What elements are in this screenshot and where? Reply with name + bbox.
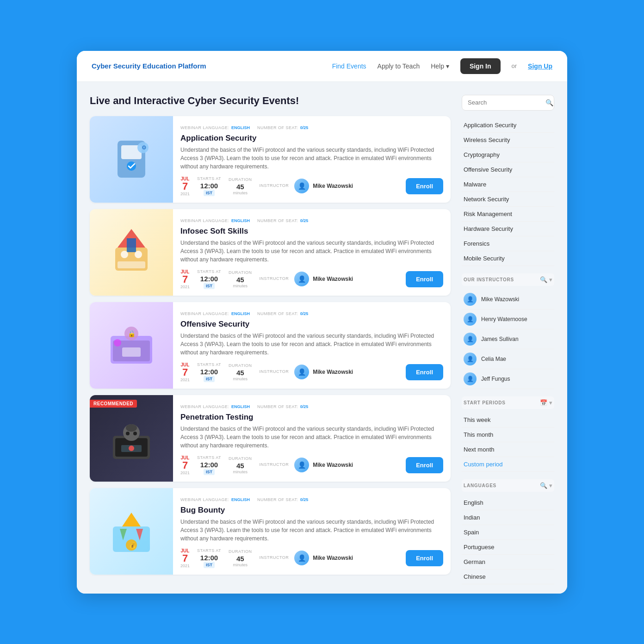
enroll-button[interactable]: Enroll: [406, 271, 443, 287]
category-item[interactable]: Malware: [462, 177, 554, 192]
instructor-item[interactable]: 👤 Jeff Fungus: [462, 369, 554, 389]
category-item[interactable]: Offensive Security: [462, 162, 554, 177]
instructor-avatar: 👤: [294, 179, 309, 193]
instructor-avatar: 👤: [294, 551, 309, 565]
search-box: 🔍: [462, 95, 554, 111]
period-item[interactable]: Custom period: [462, 457, 554, 472]
enroll-button[interactable]: Enroll: [406, 457, 443, 473]
event-desc: Understand the basics of the WiFi protoc…: [180, 146, 443, 171]
instructors-list: 👤 Mike Wazowski 👤 Henry Waternoose 👤 Jam…: [462, 290, 554, 389]
instructor-name: James Sullivan: [481, 336, 519, 342]
signin-button[interactable]: Sign In: [460, 58, 501, 74]
event-time: STARTS AT 12:00 IST: [197, 548, 221, 568]
category-item[interactable]: Mobile Security: [462, 251, 554, 266]
event-title: Bug Bounty: [180, 506, 443, 515]
nav-help[interactable]: Help ▾: [431, 62, 449, 70]
svg-point-16: [114, 339, 121, 347]
category-item[interactable]: Network Security: [462, 192, 554, 207]
event-time: STARTS AT 12:00 IST: [197, 362, 221, 382]
event-date: JUL 7 2021: [180, 455, 190, 475]
instructor-avatar: 👤: [294, 272, 309, 286]
language-item[interactable]: Chinese: [462, 570, 554, 584]
event-title: Penetration Testing: [180, 413, 443, 422]
instructor-item[interactable]: 👤 James Sullivan: [462, 329, 554, 349]
category-item[interactable]: Cryptography: [462, 148, 554, 162]
instructor-name: Mike Wazowski: [313, 462, 353, 468]
nav-apply-to-teach[interactable]: Apply to Teach: [378, 62, 420, 70]
instructor-avatar: 👤: [464, 293, 477, 306]
enroll-button[interactable]: Enroll: [406, 364, 443, 380]
instructor-avatar: 👤: [294, 458, 309, 472]
event-card: WEBINAR LANGUAGE: ENGLISH NUMBER OF SEAT…: [90, 209, 451, 296]
language-item[interactable]: German: [462, 555, 554, 570]
language-item[interactable]: Indian: [462, 510, 554, 525]
instructor-avatar: 👤: [464, 333, 477, 346]
search-input[interactable]: [468, 99, 545, 106]
instructor-item[interactable]: 👤 Mike Wazowski: [462, 290, 554, 310]
instructor-name: Henry Waternoose: [481, 316, 527, 322]
event-duration: DURATION 45 minutes: [229, 270, 252, 288]
svg-rect-7: [127, 238, 136, 252]
event-desc: Understand the basics of the WiFi protoc…: [180, 239, 443, 264]
brand-name: Cyber Security Education Platform: [92, 62, 206, 70]
language-item[interactable]: Portuguese: [462, 540, 554, 555]
periods-list: This weekThis monthNext monthCustom peri…: [462, 413, 554, 472]
lang-label: WEBINAR LANGUAGE: ENGLISH: [180, 402, 250, 410]
categories-list: Application SecurityWireless SecurityCry…: [462, 118, 554, 266]
event-time: STARTS AT 12:00 IST: [197, 455, 221, 475]
event-desc: Understand the basics of the WiFi protoc…: [180, 425, 443, 450]
period-item[interactable]: Next month: [462, 442, 554, 457]
periods-label: START PERIODS: [464, 400, 506, 405]
category-item[interactable]: Wireless Security: [462, 133, 554, 148]
language-item[interactable]: Spain: [462, 525, 554, 540]
event-thumbnail: ⚙: [90, 116, 173, 203]
main-content: Live and Interactive Cyber Security Even…: [77, 82, 567, 594]
svg-text:🔒: 🔒: [128, 330, 136, 338]
instructor-avatar: 👤: [464, 372, 477, 385]
event-meta: WEBINAR LANGUAGE: ENGLISH NUMBER OF SEAT…: [180, 216, 443, 224]
period-item[interactable]: This week: [462, 413, 554, 427]
seat-label: NUMBER OF SEAT: 0/25: [257, 216, 308, 224]
event-thumbnail: 🔒: [90, 302, 173, 389]
instructor-name: Celia Mae: [481, 356, 506, 362]
event-date: JUL 7 2021: [180, 362, 190, 382]
events-list: ⚙ WEBINAR LANGUAGE: ENGLISH NUMBER OF SE…: [90, 116, 451, 575]
event-body: WEBINAR LANGUAGE: ENGLISH NUMBER OF SEAT…: [173, 209, 451, 296]
svg-text:⚙: ⚙: [142, 144, 147, 151]
event-meta: WEBINAR LANGUAGE: ENGLISH NUMBER OF SEAT…: [180, 495, 443, 503]
instructor-avatar: 👤: [464, 353, 477, 365]
instructor-avatar: 👤: [294, 365, 309, 379]
signup-button[interactable]: Sign Up: [528, 62, 552, 70]
instructor-item[interactable]: 👤 Celia Mae: [462, 349, 554, 369]
periods-section-header: START PERIODS 📅 ▾: [462, 396, 554, 409]
lang-label: WEBINAR LANGUAGE: ENGLISH: [180, 123, 250, 131]
event-instructor: INSTRUCTOR 👤 Mike Wazowski: [259, 365, 353, 379]
instructor-name: Mike Wazowski: [313, 369, 353, 375]
seat-label: NUMBER OF SEAT: 0/25: [257, 309, 308, 317]
instructor-item[interactable]: 👤 Henry Waternoose: [462, 310, 554, 329]
enroll-button[interactable]: Enroll: [406, 178, 443, 194]
event-desc: Understand the basics of the WiFi protoc…: [180, 332, 443, 357]
category-item[interactable]: Hardware Security: [462, 222, 554, 236]
event-body: WEBINAR LANGUAGE: ENGLISH NUMBER OF SEAT…: [173, 488, 451, 575]
svg-rect-10: [118, 261, 145, 268]
events-section: Live and Interactive Cyber Security Even…: [90, 95, 462, 594]
event-thumbnail: RECOMMENDED: [90, 395, 173, 482]
category-item[interactable]: Forensics: [462, 236, 554, 251]
category-item[interactable]: Risk Management: [462, 207, 554, 222]
sidebar: 🔍 Application SecurityWireless SecurityC…: [462, 95, 554, 594]
category-item[interactable]: Application Security: [462, 118, 554, 133]
nav-find-events[interactable]: Find Events: [332, 62, 366, 70]
event-thumbnail: [90, 209, 173, 296]
instructors-label: OUR INSTRUCTORS: [464, 277, 514, 282]
event-body: WEBINAR LANGUAGE: ENGLISH NUMBER OF SEAT…: [173, 395, 451, 482]
instructor-name: Jeff Fungus: [481, 376, 510, 382]
enroll-button[interactable]: Enroll: [406, 550, 443, 566]
period-item[interactable]: This month: [462, 427, 554, 442]
languages-section-header: LANGUAGES 🔍 ▾: [462, 479, 554, 492]
event-instructor: INSTRUCTOR 👤 Mike Wazowski: [259, 179, 353, 193]
event-card: 🔒 WEBINAR LANGUAGE: ENGLISH NUMBER OF SE…: [90, 302, 451, 389]
seat-label: NUMBER OF SEAT: 0/25: [257, 402, 308, 410]
language-item[interactable]: English: [462, 495, 554, 510]
lang-label: WEBINAR LANGUAGE: ENGLISH: [180, 309, 250, 317]
